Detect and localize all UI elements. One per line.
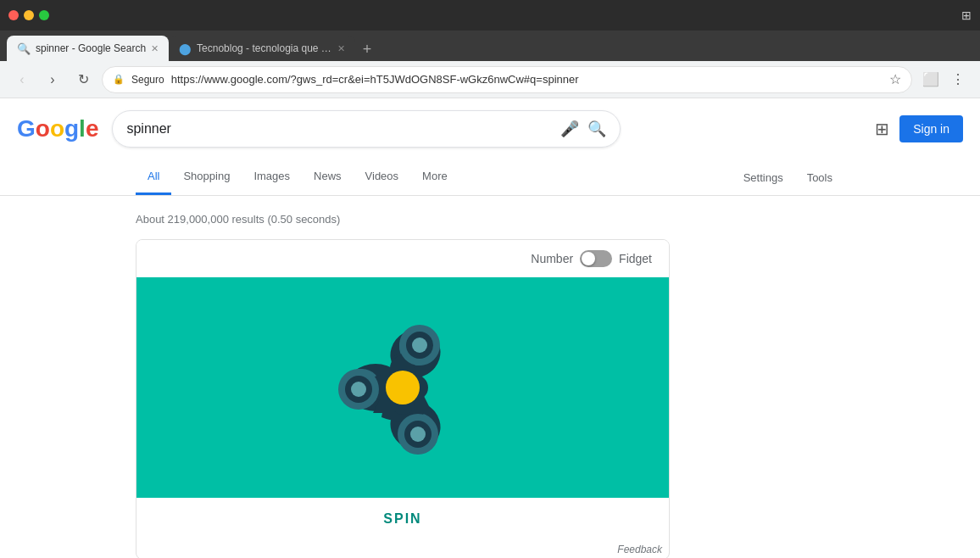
svg-point-25 — [386, 371, 420, 405]
sign-in-button[interactable]: Sign in — [899, 115, 963, 142]
spinner-display — [136, 277, 669, 498]
url-text: https://www.google.com/?gws_rd=cr&ei=hT5… — [171, 73, 883, 86]
svg-point-18 — [412, 338, 427, 353]
nav-item-videos[interactable]: Videos — [354, 159, 411, 195]
spin-button[interactable]: SPIN — [383, 511, 421, 527]
close-button[interactable] — [8, 10, 19, 20]
address-bar[interactable]: 🔒 Seguro https://www.google.com/?gws_rd=… — [102, 66, 912, 93]
results-area: About 219,000,000 results (0.50 seconds)… — [0, 196, 980, 558]
search-nav: All Shopping Images News Videos More Set… — [0, 159, 980, 196]
logo-letter-o1: o — [36, 115, 50, 142]
tab-favicon-tecnoblog: ⬤ — [179, 42, 192, 55]
nav-item-more[interactable]: More — [410, 159, 459, 195]
svg-point-24 — [351, 382, 366, 397]
nav-extras: ⬜ ⋮ — [919, 68, 970, 92]
spinner-widget: Number Fidget — [136, 239, 670, 558]
spinner-toggle[interactable] — [580, 250, 612, 267]
tabs-bar: 🔍 spinner - Google Search ✕ ⬤ Tecnoblog … — [0, 31, 980, 61]
fidget-label: Fidget — [619, 252, 652, 265]
nav-bar: ‹ › ↻ 🔒 Seguro https://www.google.com/?g… — [0, 61, 980, 98]
nav-item-news[interactable]: News — [302, 159, 354, 195]
logo-letter-g2: g — [64, 115, 79, 142]
title-bar: ⊞ — [0, 0, 980, 31]
search-input[interactable]: spinner — [126, 121, 552, 137]
lock-icon: 🔒 — [113, 74, 125, 85]
number-label: Number — [531, 252, 573, 265]
header-right: ⊞ Sign in — [875, 115, 963, 142]
title-bar-icons: ⊞ — [961, 8, 972, 22]
results-count: About 219,000,000 results (0.50 seconds) — [136, 206, 844, 239]
reload-button[interactable]: ↻ — [71, 68, 95, 92]
search-box[interactable]: spinner 🎤 🔍 — [112, 110, 621, 148]
tab-tecnoblog[interactable]: ⬤ Tecnoblog - tecnologia que in... ✕ — [169, 36, 355, 61]
feedback-link[interactable]: Feedback — [617, 544, 662, 555]
tab-title-tecnoblog: Tecnoblog - tecnologia que in... — [197, 42, 332, 54]
nav-item-all[interactable]: All — [136, 159, 171, 195]
microphone-icon[interactable]: 🎤 — [560, 120, 579, 138]
logo-letter-o2: o — [50, 115, 64, 142]
fidget-spinner-svg[interactable] — [318, 303, 487, 472]
tab-title-google: spinner - Google Search — [36, 42, 146, 54]
forward-button[interactable]: › — [41, 68, 64, 92]
feedback-area: Feedback — [136, 540, 669, 558]
spin-button-area: SPIN — [136, 498, 669, 540]
logo-letter-e: e — [86, 115, 99, 142]
toggle-knob — [582, 252, 595, 265]
google-logo: G o o g l e — [17, 115, 98, 142]
new-tab-button[interactable]: + — [355, 37, 379, 61]
google-header: G o o g l e spinner 🎤 🔍 ⊞ Sign in — [0, 98, 980, 159]
nav-item-images[interactable]: Images — [242, 159, 302, 195]
nav-tools[interactable]: Tools — [795, 161, 844, 194]
logo-letter-l: l — [79, 115, 86, 142]
logo-letter-g: G — [17, 115, 36, 142]
bookmark-icon[interactable]: ☆ — [889, 71, 901, 87]
settings-icon: ⊞ — [961, 8, 972, 22]
browser-frame: ⊞ 🔍 spinner - Google Search ✕ ⬤ Tecnoblo… — [0, 0, 980, 558]
back-button[interactable]: ‹ — [10, 68, 34, 92]
svg-point-21 — [410, 427, 426, 442]
search-icon[interactable]: 🔍 — [587, 120, 606, 138]
tab-close-google[interactable]: ✕ — [151, 43, 159, 54]
nav-item-shopping[interactable]: Shopping — [171, 159, 242, 195]
tab-close-tecnoblog[interactable]: ✕ — [337, 43, 345, 54]
apps-grid-icon[interactable]: ⊞ — [875, 119, 889, 139]
widget-toggle-bar: Number Fidget — [136, 240, 669, 277]
cast-button[interactable]: ⬜ — [919, 68, 943, 92]
tab-google-search[interactable]: 🔍 spinner - Google Search ✕ — [7, 36, 169, 61]
nav-settings[interactable]: Settings — [732, 161, 795, 194]
traffic-lights — [8, 10, 49, 20]
search-box-container: spinner 🎤 🔍 — [112, 110, 621, 148]
tab-favicon-google: 🔍 — [17, 42, 31, 55]
maximize-button[interactable] — [39, 10, 49, 20]
minimize-button[interactable] — [24, 10, 34, 20]
secure-label: Seguro — [131, 74, 164, 86]
google-page: G o o g l e spinner 🎤 🔍 ⊞ Sign in All — [0, 98, 980, 558]
menu-button[interactable]: ⋮ — [946, 68, 970, 92]
